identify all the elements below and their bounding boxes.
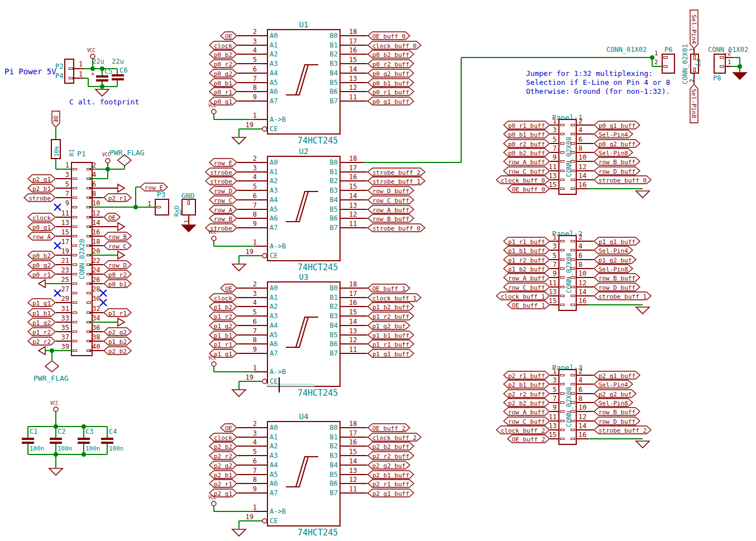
net-label-p1_r2_buff[interactable]: p1_r2_buff: [367, 312, 414, 320]
net-label-p1_g2_buf[interactable]: p1_g2_buf: [367, 321, 410, 330]
net-label-p2_r2_buff[interactable]: p2_r2_buff: [367, 451, 414, 460]
net-label-Sel-Pin4[interactable]: Sel-Pin4: [594, 130, 633, 138]
net-label-p0_g2_buff[interactable]: p0_g2_buff: [367, 69, 414, 78]
net-label-OE[interactable]: OE: [51, 111, 60, 128]
net-label-row_D_buff[interactable]: row_D_buff: [594, 166, 640, 175]
net-label-clock_buff_1[interactable]: clock_buff_1: [367, 293, 422, 302]
net-label-p0_b2_buff[interactable]: p0_b2_buff: [367, 50, 414, 59]
net-label-p2_b1[interactable]: p2_b1: [27, 184, 56, 193]
net-label-Sel-Pin8[interactable]: Sel-Pin8: [690, 84, 698, 123]
net-label-row_A[interactable]: row_A: [209, 205, 237, 214]
net-label-p1_g1_buff[interactable]: p1_g1_buff: [594, 237, 640, 246]
cap-plate[interactable]: [78, 438, 90, 440]
net-label-clock[interactable]: clock: [209, 293, 237, 302]
net-label-strobe_buff_2[interactable]: strobe_buff_2: [367, 167, 425, 176]
net-label-OE_buff_2[interactable]: OE_buff_2: [507, 434, 550, 443]
net-label-p1_g2[interactable]: p1_g2: [209, 321, 237, 330]
net-label-row_C_buff[interactable]: row_C_buff: [367, 195, 414, 204]
net-label-p2_g2_buf[interactable]: p2_g2_buf: [367, 461, 410, 470]
cap-plate[interactable]: [101, 438, 113, 440]
cap-plate[interactable]: [112, 78, 124, 80]
net-label-p1_g1_buff[interactable]: p1_g1_buff: [367, 349, 414, 358]
net-label-p2_r1[interactable]: p2_r1: [103, 193, 132, 202]
power-header-body[interactable]: [64, 59, 74, 84]
net-label-row_B_buff[interactable]: row_B_buff: [367, 214, 414, 223]
net-label-OE[interactable]: OE: [220, 423, 237, 432]
net-label-strobe[interactable]: strobe: [205, 176, 237, 185]
net-label-row_D_buff[interactable]: row_D_buff: [367, 186, 414, 195]
cap-plate[interactable]: [50, 438, 62, 440]
net-label-p2_g1_buff[interactable]: p2_g1_buff: [594, 371, 640, 380]
net-label-strobe_buff_2[interactable]: strobe_buff_2: [594, 425, 652, 434]
net-label-p0_b1[interactable]: p0_b1: [103, 279, 132, 288]
net-label-p1_b1[interactable]: p1_b1: [209, 331, 237, 339]
net-label-Sel-Pin8[interactable]: Sel-Pin8: [594, 264, 633, 273]
net-label-p1_r1[interactable]: p1_r1: [209, 339, 237, 348]
net-label-Sel-Pin8[interactable]: Sel-Pin8: [594, 148, 633, 157]
net-label-strobe_buff_1[interactable]: strobe_buff_1: [594, 291, 652, 300]
net-label-p1_b2[interactable]: p1_b2: [103, 337, 132, 346]
net-label-p2_b2[interactable]: p2_b2: [103, 346, 132, 355]
net-label-p1_r2[interactable]: p1_r2: [27, 327, 56, 336]
net-label-p0_r1[interactable]: p0_r1: [209, 87, 237, 96]
net-label-p2_b1_buff[interactable]: p2_b1_buff: [367, 470, 414, 479]
net-label-p2_b2[interactable]: p2_b2: [209, 442, 237, 451]
net-label-Sel-Pin8[interactable]: Sel-Pin8: [594, 398, 633, 407]
net-label-Sel-Pin4[interactable]: Sel-Pin4: [690, 9, 698, 49]
net-label-p2_r1[interactable]: p2_r1: [209, 479, 237, 488]
net-label-p2_g2[interactable]: p2_g2: [103, 327, 132, 336]
net-label-row_B_buff[interactable]: row_B_buff: [594, 273, 640, 282]
net-label-p0_g2_buff[interactable]: p0_g2_buff: [594, 139, 640, 148]
net-label-clock[interactable]: clock: [209, 41, 237, 50]
net-label-p1_b1[interactable]: p1_b1: [27, 308, 56, 317]
cap-plate[interactable]: [96, 75, 108, 78]
net-label-p2_b1[interactable]: p2_b1: [209, 470, 237, 479]
net-label-p1_g1[interactable]: p1_g1: [27, 298, 56, 307]
net-label-strobe[interactable]: strobe: [23, 193, 56, 202]
net-label-OE_buff_0[interactable]: OE_buff_0: [367, 31, 410, 40]
net-label-p1_b2_buff[interactable]: p1_b2_buff: [367, 302, 414, 311]
net-label-p0_b1[interactable]: p0_b1: [209, 78, 237, 87]
net-label-clock[interactable]: clock: [27, 213, 56, 222]
net-label-p2_g1_buff[interactable]: p2_g1_buff: [367, 489, 414, 497]
net-label-OE_buff_0[interactable]: OE_buff_0: [507, 184, 550, 193]
net-label-OE_buff_1[interactable]: OE_buff_1: [367, 284, 410, 293]
net-label-row_B_buff[interactable]: row_B_buff: [594, 407, 640, 416]
net-label-p0_g1_buff[interactable]: p0_g1_buff: [594, 121, 640, 130]
net-label-strobe[interactable]: strobe: [205, 167, 237, 176]
net-label-p0_g1[interactable]: p0_g1: [27, 222, 56, 231]
net-label-p0_r2[interactable]: p0_r2: [103, 270, 132, 279]
net-label-OE_buff_1[interactable]: OE_buff_1: [507, 300, 550, 309]
net-label-p2_g1[interactable]: p2_g1: [27, 174, 56, 183]
net-label-p2_g2[interactable]: p2_g2: [209, 461, 237, 470]
net-label-p2_r2[interactable]: p2_r2: [27, 337, 56, 346]
net-label-p2_r2[interactable]: p2_r2: [209, 451, 237, 460]
net-label-p0_b2[interactable]: p0_b2: [27, 251, 56, 260]
net-label-p1_b2[interactable]: p1_b2: [209, 302, 237, 311]
net-label-row_A_buff[interactable]: row_A_buff: [367, 205, 414, 214]
net-label-OE[interactable]: OE: [220, 31, 237, 40]
net-label-OE[interactable]: OE: [220, 284, 237, 293]
net-label-row_D_buff[interactable]: row_D_buff: [594, 283, 640, 291]
net-label-p1_r1_buff[interactable]: p1_r1_buff: [367, 339, 414, 348]
net-label-p2_b2_buff[interactable]: p2_b2_buff: [367, 442, 414, 451]
net-label-p1_r1[interactable]: p1_r1: [103, 308, 132, 317]
net-label-p2_g2_buf[interactable]: p2_g2_buf: [594, 389, 637, 398]
net-label-row_C[interactable]: row_C: [209, 195, 237, 204]
cap-plate[interactable]: [22, 438, 34, 440]
net-label-row_B[interactable]: row_B: [209, 214, 237, 223]
cap-plate[interactable]: [112, 74, 124, 76]
net-label-clock[interactable]: clock: [209, 433, 237, 442]
net-label-row_B_buff[interactable]: row_B_buff: [594, 157, 640, 166]
net-label-p0_g2[interactable]: p0_g2: [27, 260, 56, 269]
net-label-row_D_buff[interactable]: row_D_buff: [594, 416, 640, 425]
net-label-p0_r2_buff[interactable]: p0_r2_buff: [367, 59, 414, 68]
net-label-strobe_buff_1[interactable]: strobe_buff_1: [367, 176, 425, 185]
net-label-clock_buff_0[interactable]: clock_buff_0: [367, 41, 422, 50]
net-label-strobe_buff_0[interactable]: strobe_buff_0: [367, 223, 425, 232]
net-label-p0_g2[interactable]: p0_g2: [209, 69, 237, 78]
net-label-p1_g2[interactable]: p1_g2: [27, 318, 56, 327]
net-label-p1_b1_buff[interactable]: p1_b1_buff: [367, 331, 414, 339]
net-label-OE[interactable]: OE: [103, 213, 121, 222]
net-label-row_D[interactable]: row_D: [103, 260, 132, 269]
